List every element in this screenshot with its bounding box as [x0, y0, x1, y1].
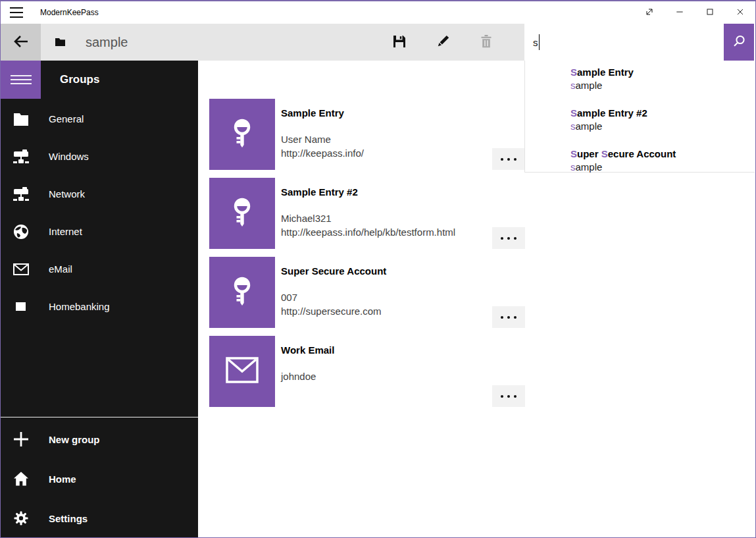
entry-more-button[interactable] — [492, 385, 525, 407]
entry-username: Michael321 — [281, 212, 455, 226]
back-button[interactable] — [1, 24, 41, 61]
pencil-icon — [435, 34, 451, 51]
sidebar-item-label: Internet — [49, 226, 82, 237]
globe-icon — [13, 224, 29, 240]
workstation-icon — [13, 149, 29, 165]
entry-row[interactable]: Work Email johndoe — [209, 336, 551, 407]
search-suggestion[interactable]: Sample Entry sample — [525, 66, 755, 105]
suggestion-title: Sample Entry — [570, 66, 755, 79]
sidebar-item-settings[interactable]: Settings — [1, 498, 198, 538]
entry-tile — [209, 178, 275, 249]
entry-details: 007 http://supersecure.com — [281, 291, 382, 318]
back-arrow-icon — [12, 33, 30, 52]
trash-icon — [478, 34, 494, 51]
search-input[interactable] — [524, 24, 724, 61]
titlebar-hamburger-icon[interactable] — [10, 7, 23, 18]
entry-row[interactable]: Super Secure Account 007 http://supersec… — [209, 257, 551, 328]
sidebar-item-new-group[interactable]: New group — [1, 419, 198, 459]
entry-url: http://supersecure.com — [281, 305, 382, 319]
key-icon — [226, 196, 258, 230]
entry-tile — [209, 257, 275, 328]
entry-tile — [209, 99, 275, 170]
text-cursor — [539, 34, 540, 50]
entry-more-button[interactable] — [492, 148, 525, 170]
key-icon — [226, 117, 258, 151]
title-bar: ModernKeePass — [1, 1, 755, 24]
entry-tile — [209, 336, 275, 407]
current-group-title: sample — [86, 24, 128, 61]
sidebar-item-windows[interactable]: Windows — [1, 138, 198, 175]
sidebar-item-label: eMail — [49, 263, 72, 275]
entry-username: User Name — [281, 133, 364, 147]
gear-icon — [13, 510, 29, 526]
search-suggestion[interactable]: Sample Entry #2 sample — [525, 107, 755, 146]
search-suggestions-dropdown: Sample Entry sample Sample Entry #2 samp… — [524, 61, 755, 173]
entry-title: Sample Entry #2 — [281, 186, 358, 198]
sidebar: Groups General Windows — [1, 61, 198, 537]
search-icon — [732, 34, 746, 51]
entry-row[interactable]: Sample Entry #2 Michael321 http://keepas… — [209, 178, 551, 249]
app-bar: sample — [1, 24, 524, 61]
entry-username: 007 — [281, 291, 382, 305]
sidebar-item-internet[interactable]: Internet — [1, 213, 198, 250]
entry-title: Super Secure Account — [281, 265, 386, 277]
home-icon — [13, 471, 29, 487]
diagonal-resize-icon — [644, 7, 655, 19]
ellipsis-icon — [501, 158, 503, 161]
save-icon — [391, 34, 407, 51]
entry-details: johndoe — [281, 370, 316, 384]
search-suggestion[interactable]: Super Secure Account sample — [525, 148, 755, 187]
sidebar-item-label: New group — [49, 434, 100, 445]
sidebar-item-label: Windows — [49, 151, 89, 162]
appbar-actions — [388, 24, 498, 61]
edit-button[interactable] — [431, 30, 455, 54]
save-button[interactable] — [388, 30, 411, 54]
sidebar-item-label: Network — [49, 188, 85, 200]
sidebar-item-general[interactable]: General — [1, 100, 198, 138]
close-button[interactable] — [725, 1, 755, 24]
sidebar-item-label: General — [49, 113, 84, 124]
window-title: ModernKeePass — [40, 8, 99, 17]
entry-list: Sample Entry User Name http://keepass.in… — [209, 99, 551, 494]
envelope-icon — [226, 357, 259, 386]
sidebar-item-network[interactable]: Network — [1, 175, 198, 213]
delete-button[interactable] — [474, 30, 498, 54]
group-folder-icon — [55, 38, 66, 49]
plus-icon — [13, 431, 29, 447]
search-box — [524, 24, 724, 61]
suggestion-subtitle: sample — [570, 79, 755, 92]
key-icon — [226, 275, 258, 309]
suggestion-subtitle: sample — [570, 120, 755, 133]
entry-row[interactable]: Sample Entry User Name http://keepass.in… — [209, 99, 551, 170]
square-icon — [13, 299, 29, 315]
entry-details: User Name http://keepass.info/ — [281, 133, 364, 160]
sidebar-actions: New group Home Settings — [1, 419, 198, 538]
group-list: General Windows — [1, 100, 198, 325]
ellipsis-icon — [501, 316, 503, 319]
minimize-icon — [674, 7, 685, 19]
suggestion-title: Super Secure Account — [570, 148, 755, 161]
sidebar-item-label: Settings — [49, 513, 88, 524]
minimize-button[interactable] — [665, 1, 695, 24]
ellipsis-icon — [501, 395, 503, 398]
folder-icon — [13, 111, 29, 127]
envelope-icon — [13, 261, 29, 277]
sidebar-item-homebanking[interactable]: Homebanking — [1, 288, 198, 325]
entry-url: http://keepass.info/help/kb/testform.htm… — [281, 226, 455, 240]
sidebar-item-email[interactable]: eMail — [1, 250, 198, 288]
search-button[interactable] — [724, 24, 754, 61]
maximize-button[interactable] — [695, 1, 725, 24]
entry-url: http://keepass.info/ — [281, 147, 364, 161]
close-icon — [735, 7, 745, 19]
sidebar-separator — [1, 417, 198, 417]
entry-title: Work Email — [281, 344, 334, 356]
suggestion-subtitle: sample — [570, 161, 755, 174]
entry-more-button[interactable] — [492, 306, 525, 328]
entry-title: Sample Entry — [281, 107, 344, 119]
sidebar-item-home[interactable]: Home — [1, 459, 198, 498]
sidebar-item-label: Homebanking — [49, 301, 110, 312]
workstation-icon — [13, 186, 29, 202]
expand-window-button[interactable] — [634, 1, 665, 24]
sidebar-hamburger-button[interactable] — [1, 61, 41, 99]
entry-more-button[interactable] — [492, 227, 525, 249]
